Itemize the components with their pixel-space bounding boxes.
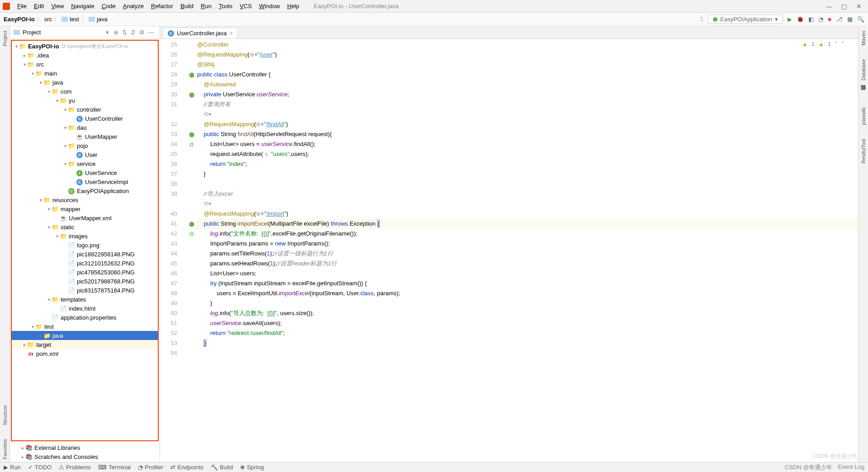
tab-lantern[interactable]: 蓝灯源码 bbox=[860, 91, 867, 97]
tab-project[interactable]: Project bbox=[2, 28, 8, 49]
close-tab-icon[interactable]: × bbox=[230, 30, 233, 37]
tree-item-src[interactable]: ▾📁src bbox=[12, 60, 158, 69]
menu-refactor[interactable]: Refactor bbox=[147, 2, 177, 10]
tree-item-templates[interactable]: ▾📁templates bbox=[12, 295, 158, 304]
tree-item-userserviceimpl[interactable]: CUserServiceImpl bbox=[12, 177, 158, 186]
menu-view[interactable]: View bbox=[47, 2, 67, 10]
tree-item-pojo[interactable]: ▾📁pojo bbox=[12, 141, 158, 150]
tree-item-target[interactable]: ▸📁target bbox=[12, 340, 158, 349]
tool-profiler[interactable]: ◔Profiler bbox=[138, 464, 163, 471]
collapse-all-icon[interactable]: ⇵ bbox=[131, 29, 136, 36]
breadcrumb-segment[interactable]: test bbox=[70, 16, 79, 23]
tree-item-pic31210152632-png[interactable]: 📄pic31210152632.PNG bbox=[12, 259, 158, 268]
tree-item-test[interactable]: ▾📁test bbox=[12, 322, 158, 331]
tree-item-resources[interactable]: ▾📁resources bbox=[12, 195, 158, 204]
menu-edit[interactable]: Edit bbox=[30, 2, 47, 10]
tree-item-service[interactable]: ▾📁service bbox=[12, 159, 158, 168]
editor-tab-usercontroller[interactable]: C UserController.java × bbox=[163, 28, 238, 38]
tree-item-pic18822956148-png[interactable]: 📄pic18822956148.PNG bbox=[12, 250, 158, 259]
tab-structure[interactable]: Structure bbox=[2, 402, 8, 428]
hide-icon[interactable]: — bbox=[148, 29, 154, 36]
tree-item-pic47856253060-png[interactable]: 📄pic47856253060.PNG bbox=[12, 268, 158, 277]
minimize-icon[interactable]: — bbox=[826, 3, 832, 10]
close-icon[interactable]: ✕ bbox=[856, 3, 862, 10]
tree-item-mapper[interactable]: ▾📁mapper bbox=[12, 204, 158, 213]
tree-item-index-html[interactable]: 📄index.html bbox=[12, 304, 158, 313]
tree-item-pic83157875164-png[interactable]: 📄pic83157875164.PNG bbox=[12, 286, 158, 295]
line-number-gutter[interactable]: 2526272829303132333435363738394041424344… bbox=[160, 39, 186, 462]
tree-item-scratches-and-consoles[interactable]: ▸📚Scratches and Consoles bbox=[10, 452, 160, 461]
breadcrumb-segment[interactable]: src bbox=[44, 16, 52, 23]
profile-icon[interactable]: ◔ bbox=[818, 16, 823, 23]
chevron-down-icon[interactable]: ▾ bbox=[106, 29, 109, 36]
build-icon[interactable]: ⤵ bbox=[700, 16, 703, 23]
tree-item-external-libraries[interactable]: ▸📚External Libraries bbox=[10, 443, 160, 452]
tab-database[interactable]: Database bbox=[861, 57, 866, 83]
tab-favorites[interactable]: Favorites bbox=[2, 436, 8, 462]
breadcrumb[interactable]: EasyPOI-io〉src〉test〉java bbox=[4, 15, 108, 24]
menu-window[interactable]: Window bbox=[255, 2, 283, 10]
menu-code[interactable]: Code bbox=[98, 2, 119, 10]
tree-item-usermapper-xml[interactable]: ☕UserMapper.xml bbox=[12, 213, 158, 222]
tool-terminal[interactable]: ⌨Terminal bbox=[98, 464, 131, 471]
editor-inspections[interactable]: ▲1 ▲1 ˄ ˅ bbox=[802, 41, 844, 47]
run-configuration-selector[interactable]: EasyPOIApplication ▾ bbox=[708, 14, 783, 24]
tree-item-static[interactable]: ▾📁static bbox=[12, 222, 158, 231]
breadcrumb-segment[interactable]: EasyPOI-io bbox=[4, 16, 35, 23]
code-editor[interactable]: ▲1 ▲1 ˄ ˅ 252627282930313233343536373839… bbox=[160, 39, 858, 462]
project-tree[interactable]: ▾📁EasyPOI-ioD:\springboot整合\EasyPOI-io▸📁… bbox=[11, 40, 159, 441]
menu-build[interactable]: Build bbox=[177, 2, 197, 10]
event-log-button[interactable]: Event Log bbox=[838, 463, 864, 472]
tool-build[interactable]: 🔨Build bbox=[211, 464, 233, 471]
menu-navigate[interactable]: Navigate bbox=[67, 2, 98, 10]
tool-endpoints[interactable]: ⇄Endpoints bbox=[170, 464, 203, 471]
tree-item-easypoiapplication[interactable]: CEasyPOIApplication bbox=[12, 186, 158, 195]
tree-item-dao[interactable]: ▾📁dao bbox=[12, 123, 158, 132]
git-icon[interactable]: ⎇ bbox=[836, 16, 843, 23]
menu-run[interactable]: Run bbox=[197, 2, 215, 10]
tab-jclasslib[interactable]: jclasslib bbox=[861, 105, 866, 128]
tab-restfultool[interactable]: RestfulTool bbox=[861, 136, 866, 166]
breadcrumb-segment[interactable]: java bbox=[97, 16, 108, 23]
tree-item-yu[interactable]: ▾📁yu bbox=[12, 96, 158, 105]
run-icon[interactable]: ▶ bbox=[788, 16, 792, 23]
tool-todo[interactable]: ✓TODO bbox=[28, 464, 52, 471]
tree-item-images[interactable]: ▾📁images bbox=[12, 231, 158, 241]
tree-item-controller[interactable]: ▾📁controller bbox=[12, 105, 158, 114]
select-opened-icon[interactable]: ⊕ bbox=[113, 29, 118, 36]
menu-file[interactable]: File bbox=[14, 2, 30, 10]
tree-root[interactable]: ▾📁EasyPOI-ioD:\springboot整合\EasyPOI-io bbox=[12, 42, 158, 51]
tree-item--idea[interactable]: ▸📁.idea bbox=[12, 51, 158, 60]
tree-item-userservice[interactable]: IUserService bbox=[12, 168, 158, 177]
chevron-up-icon[interactable]: ˄ bbox=[835, 41, 838, 47]
gear-icon[interactable]: ⚙ bbox=[139, 29, 145, 36]
tree-item-logo-png[interactable]: 📄logo.png bbox=[12, 241, 158, 250]
coverage-icon[interactable]: ◧ bbox=[808, 16, 814, 23]
tree-item-java[interactable]: ▾📁java bbox=[12, 78, 158, 87]
tree-item-user[interactable]: CUser bbox=[12, 150, 158, 159]
tree-item-application-properties[interactable]: 📄application.properties bbox=[12, 313, 158, 322]
tree-item-usermapper[interactable]: ☕UserMapper bbox=[12, 132, 158, 141]
tab-maven[interactable]: Maven bbox=[861, 28, 866, 48]
tree-item-main[interactable]: ▾📁main bbox=[12, 69, 158, 78]
code-content[interactable]: @Controller@RequestMapping(⊕▾"/user")@Sl… bbox=[197, 39, 858, 462]
tree-item-usercontroller[interactable]: CUserController bbox=[12, 114, 158, 123]
menu-help[interactable]: Help bbox=[283, 2, 303, 10]
menu-vcs[interactable]: VCS bbox=[236, 2, 255, 10]
tool-spring[interactable]: ❀Spring bbox=[240, 464, 264, 471]
debug-icon[interactable]: 🐞 bbox=[797, 16, 804, 23]
tree-item-java[interactable]: ▸📁java bbox=[12, 331, 158, 340]
menu-analyze[interactable]: Analyze bbox=[119, 2, 147, 10]
tool-problems[interactable]: ⚠Problems bbox=[59, 464, 91, 471]
search-icon[interactable]: 🔍 bbox=[857, 16, 864, 23]
tree-item-pic52017988768-png[interactable]: 📄pic52017988768.PNG bbox=[12, 277, 158, 286]
chevron-down-icon[interactable]: ˅ bbox=[841, 41, 844, 47]
stop-icon[interactable]: ■ bbox=[828, 16, 831, 23]
tool-run[interactable]: ▶Run bbox=[4, 464, 21, 471]
expand-all-icon[interactable]: ⇅ bbox=[122, 29, 127, 36]
tree-item-com[interactable]: ▾📁com bbox=[12, 87, 158, 96]
layout-icon[interactable]: ▦ bbox=[847, 16, 853, 23]
icon-gutter[interactable]: ⬤⬤⬤ @⬤ @ bbox=[186, 39, 197, 462]
maximize-icon[interactable]: ▢ bbox=[841, 3, 847, 10]
menu-tools[interactable]: Tools bbox=[215, 2, 236, 10]
